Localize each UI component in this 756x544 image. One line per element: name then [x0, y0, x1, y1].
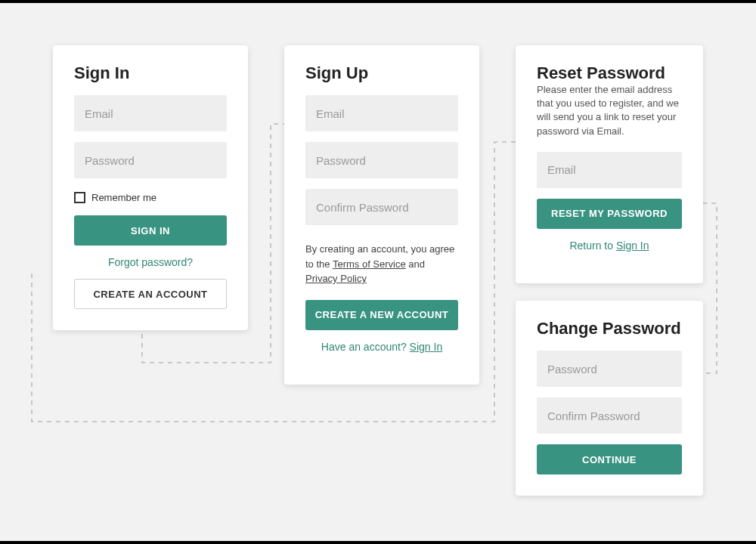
have-account-text: Have an account? [321, 341, 410, 353]
change-title: Change Password [537, 319, 682, 338]
reset-password-card: Reset Password Please enter the email ad… [516, 45, 703, 283]
remember-checkbox[interactable] [74, 192, 85, 203]
password-field[interactable] [74, 142, 227, 178]
privacy-policy-link[interactable]: Privacy Policy [305, 273, 367, 284]
signin-link[interactable]: Sign In [616, 240, 649, 252]
signin-link[interactable]: Sign In [410, 341, 443, 353]
confirm-password-field[interactable] [305, 189, 458, 225]
signup-card: Sign Up By creating an account, you agre… [284, 45, 479, 385]
terms-of-service-link[interactable]: Terms of Service [333, 258, 406, 270]
reset-password-button[interactable]: RESET MY PASSWORD [537, 199, 682, 229]
email-field[interactable] [305, 95, 458, 131]
change-password-card: Change Password CONTINUE [516, 301, 703, 496]
continue-button[interactable]: CONTINUE [537, 444, 682, 474]
signup-title: Sign Up [305, 63, 458, 83]
password-field[interactable] [537, 351, 682, 387]
return-text: Return to [569, 240, 615, 252]
forgot-password-link[interactable]: Forgot password? [108, 256, 193, 268]
create-account-button[interactable]: CREATE AN ACCOUNT [74, 279, 227, 309]
create-new-account-button[interactable]: CREATE A NEW ACCOUNT [305, 300, 458, 330]
email-field[interactable] [74, 95, 227, 131]
signin-button[interactable]: SIGN IN [74, 215, 227, 246]
remember-label: Remember me [91, 192, 156, 203]
terms-text: By creating an account, you agree to the… [305, 242, 458, 286]
reset-subtext: Please enter the email address that you … [537, 83, 682, 138]
email-field[interactable] [537, 152, 682, 188]
signin-title: Sign In [74, 63, 227, 83]
reset-title: Reset Password [537, 63, 682, 83]
confirm-password-field[interactable] [537, 397, 682, 434]
password-field[interactable] [305, 142, 458, 178]
signin-card: Sign In Remember me SIGN IN Forgot passw… [53, 45, 248, 330]
